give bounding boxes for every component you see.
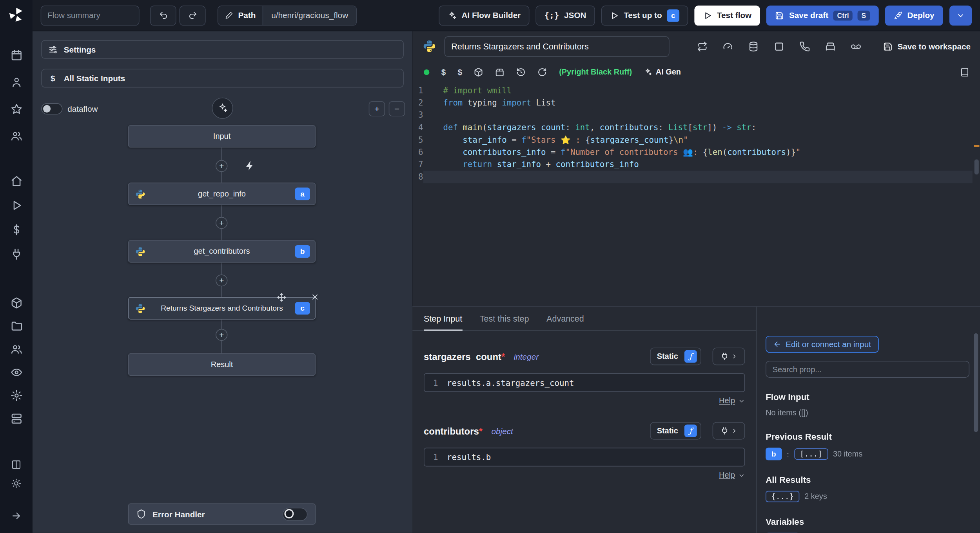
chevron-down-icon[interactable] xyxy=(738,397,745,404)
flow-node-b[interactable]: get_contributors b xyxy=(128,240,316,262)
tab-step-input[interactable]: Step Input xyxy=(424,307,462,330)
flow-node-result[interactable]: Result xyxy=(128,353,316,376)
gauge-icon[interactable] xyxy=(722,41,733,51)
path-box[interactable]: Path u/henri/gracious_flow xyxy=(218,5,357,25)
code-line[interactable]: 6 contributors_info = f"Number of contri… xyxy=(413,146,973,158)
sidebar-item-settings[interactable] xyxy=(5,384,27,406)
sidebar-item-home[interactable] xyxy=(5,169,27,192)
flow-node-c-selected[interactable]: Returns Stargazers and Contributors c xyxy=(128,297,316,319)
sidebar-item-audit-logs[interactable] xyxy=(5,361,27,383)
sidebar-item-apps[interactable] xyxy=(5,291,27,314)
square-icon[interactable] xyxy=(774,41,784,51)
json-button[interactable]: {;} JSON xyxy=(536,5,595,25)
sliders-icon xyxy=(48,45,58,54)
columns-icon xyxy=(11,460,22,470)
code-line[interactable]: 4def main(stargazers_count: int, contrib… xyxy=(413,121,973,133)
ai-gen-button[interactable]: AI Gen xyxy=(644,67,681,76)
test-flow-button[interactable]: Test flow xyxy=(695,5,760,25)
tab-advanced[interactable]: Advanced xyxy=(546,307,584,330)
code-line[interactable]: 3 xyxy=(413,109,973,121)
panel-scrollbar[interactable] xyxy=(974,333,978,432)
code-line[interactable]: 7 return star_info + contributors_info xyxy=(413,158,973,171)
flow-node-a[interactable]: get_repo_info a xyxy=(128,183,316,205)
collapsed-array-chip[interactable]: [...] xyxy=(794,448,828,460)
step-badge[interactable]: b xyxy=(766,448,782,460)
dataflow-toggle[interactable] xyxy=(41,103,62,115)
connect-input-button[interactable] xyxy=(713,347,745,365)
add-step-button[interactable]: + xyxy=(216,275,227,286)
sidebar-item-account[interactable] xyxy=(5,71,27,93)
redo-button[interactable] xyxy=(180,5,206,25)
code-line[interactable]: 2from typing import List xyxy=(413,97,973,109)
expression-editor[interactable]: 1 results.b xyxy=(424,448,745,467)
ai-wand-button[interactable] xyxy=(212,98,233,119)
code-area[interactable]: 1# import wmill2from typing import List3… xyxy=(413,84,973,306)
test-up-to-button[interactable]: Test up to c xyxy=(601,5,688,25)
all-static-inputs-button[interactable]: $ All Static Inputs xyxy=(41,69,404,87)
voicemail-icon[interactable] xyxy=(851,41,861,51)
repeat-icon[interactable] xyxy=(697,41,708,51)
flow-summary-input[interactable] xyxy=(41,5,140,25)
theme-toggle-button[interactable] xyxy=(5,474,27,493)
trigger-bolt-button[interactable] xyxy=(244,160,256,171)
static-mode-group[interactable]: Static ƒ xyxy=(650,347,701,365)
sidebar-item-runs[interactable] xyxy=(5,194,27,216)
phone-icon[interactable] xyxy=(799,41,810,51)
save-draft-button[interactable]: Save draft Ctrl S xyxy=(767,5,879,25)
deploy-button[interactable]: Deploy xyxy=(885,5,943,25)
search-prop-input[interactable] xyxy=(766,361,969,378)
add-step-button[interactable]: + xyxy=(216,160,227,172)
library-icon[interactable] xyxy=(960,67,969,76)
add-step-button[interactable]: + xyxy=(216,217,227,229)
help-link[interactable]: Help xyxy=(719,471,735,480)
static-mode-group[interactable]: Static ƒ xyxy=(650,422,701,440)
tab-test-this-step[interactable]: Test this step xyxy=(480,307,529,330)
close-icon[interactable] xyxy=(310,293,319,301)
panel-layout-button[interactable] xyxy=(5,455,27,474)
flow-settings-button[interactable]: Settings xyxy=(41,40,404,59)
zoom-in-button[interactable]: + xyxy=(369,101,385,116)
add-step-button[interactable]: + xyxy=(216,329,227,341)
error-handler-node[interactable]: Error Handler xyxy=(128,503,316,524)
sidebar-item-resources[interactable] xyxy=(5,243,27,265)
error-handler-toggle[interactable] xyxy=(283,508,308,520)
save-to-workspace-button[interactable]: Save to workspace xyxy=(883,42,971,51)
refresh-icon[interactable] xyxy=(538,67,547,76)
database-icon[interactable] xyxy=(748,41,759,51)
dollar-icon[interactable]: $ xyxy=(441,67,446,76)
sidebar-item-users[interactable] xyxy=(5,124,27,147)
code-line[interactable]: 1# import wmill xyxy=(413,84,973,96)
sidebar-item-workers[interactable] xyxy=(5,407,27,429)
move-icon[interactable] xyxy=(277,293,286,302)
package-icon[interactable] xyxy=(474,67,483,76)
history-icon[interactable] xyxy=(517,67,526,76)
bed-icon[interactable] xyxy=(825,41,836,51)
step-title-input[interactable] xyxy=(445,36,670,57)
box-icon[interactable] xyxy=(495,67,505,76)
collapse-rail-button[interactable] xyxy=(5,506,27,525)
code-line[interactable]: 5 star_info = f"Stars ⭐ : {stargazers_co… xyxy=(413,134,973,146)
expr-mode-icon[interactable]: ƒ xyxy=(684,425,697,437)
zoom-out-button[interactable]: − xyxy=(389,101,405,116)
collapsed-object-chip[interactable]: {...} xyxy=(766,491,799,502)
undo-button[interactable] xyxy=(150,5,176,25)
code-line[interactable]: 8 xyxy=(413,171,973,183)
expr-mode-icon[interactable]: ƒ xyxy=(684,350,697,363)
sidebar-item-folders[interactable] xyxy=(5,315,27,337)
connect-input-button[interactable] xyxy=(713,422,745,440)
sidebar-item-schedules[interactable] xyxy=(5,44,27,66)
expression-editor[interactable]: 1 results.a.stargazers_count xyxy=(424,373,745,392)
help-link[interactable]: Help xyxy=(719,397,735,405)
code-assistants-status[interactable]: (Pyright Black Ruff) xyxy=(559,67,632,76)
editor-scrollbar[interactable] xyxy=(975,160,979,175)
chevron-down-icon[interactable] xyxy=(738,472,745,479)
dollar-icon[interactable]: $ xyxy=(457,67,462,76)
sidebar-item-favorites[interactable] xyxy=(5,98,27,120)
sidebar-item-groups[interactable] xyxy=(5,338,27,360)
node-label: Returns Stargazers and Contributors xyxy=(161,304,283,313)
deploy-more-button[interactable] xyxy=(949,5,972,25)
edit-or-connect-button[interactable]: Edit or connect an input xyxy=(766,336,878,353)
sidebar-item-variables[interactable] xyxy=(5,218,27,240)
ai-flow-builder-button[interactable]: AI Flow Builder xyxy=(439,5,530,25)
flow-node-input[interactable]: Input xyxy=(128,125,316,147)
